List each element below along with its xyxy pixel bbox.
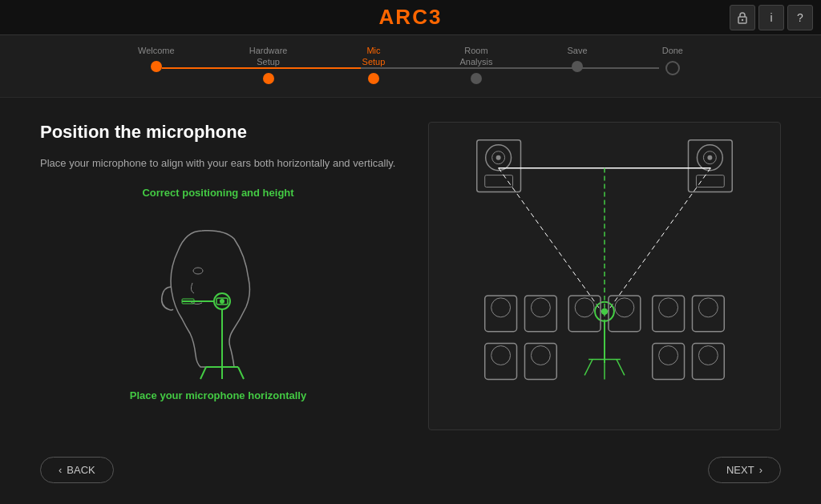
svg-point-22 (707, 155, 712, 160)
step-welcome-label: Welcome (138, 45, 175, 56)
svg-point-29 (601, 308, 608, 315)
next-label: NEXT (726, 464, 754, 476)
main-content: Position the microphone Place your micro… (0, 98, 821, 446)
page-description: Place your microphone to align with your… (40, 155, 396, 171)
help-icon[interactable]: ? (787, 5, 813, 30)
room-diagram (437, 123, 772, 428)
page-title: Position the microphone (40, 122, 396, 143)
step-room: RoomAnalysis (459, 45, 492, 84)
svg-line-9 (238, 367, 244, 379)
back-button[interactable]: ‹ BACK (40, 457, 114, 483)
svg-point-17 (496, 155, 501, 160)
step-save: Save (568, 45, 588, 84)
back-label: BACK (67, 464, 95, 476)
step-save-label: Save (568, 45, 588, 56)
step-room-label: RoomAnalysis (459, 45, 492, 68)
correct-label: Correct positioning and height (142, 187, 293, 199)
step-done: Done (662, 45, 683, 84)
step-welcome: Welcome (138, 45, 175, 84)
step-hardware-label: HardwareSetup (249, 45, 288, 68)
app-title: ARC3 (379, 5, 443, 30)
step-welcome-dot (151, 61, 162, 72)
head-svg-container (138, 207, 298, 383)
step-mic-label: MicSetup (362, 45, 386, 68)
step-room-dot (471, 73, 482, 84)
lock-icon[interactable] (730, 5, 755, 30)
step-done-dot (665, 61, 680, 75)
right-panel (428, 122, 781, 430)
progress-steps: Welcome HardwareSetup MicSetup RoomAnaly… (138, 45, 683, 84)
step-done-label: Done (662, 45, 683, 56)
step-save-dot (572, 61, 583, 72)
header: ARC3 i ? (0, 0, 821, 35)
svg-line-8 (200, 367, 206, 379)
head-illustration: Correct positioning and height (40, 187, 396, 430)
svg-point-4 (220, 299, 224, 304)
next-chevron-icon: › (759, 464, 762, 476)
title-arc: ARC (379, 5, 429, 29)
progress-track: Welcome HardwareSetup MicSetup RoomAnaly… (138, 45, 683, 84)
horizontal-label: Place your microphone horizontally (130, 389, 306, 401)
left-panel: Position the microphone Place your micro… (40, 122, 396, 430)
step-hardware-dot (263, 73, 274, 84)
title-number: 3 (429, 5, 442, 29)
header-icons: i ? (730, 5, 813, 30)
next-button[interactable]: NEXT › (708, 457, 781, 483)
back-chevron-icon: ‹ (59, 464, 62, 476)
svg-point-1 (742, 18, 743, 20)
step-mic: MicSetup (362, 45, 386, 84)
step-mic-dot (368, 73, 379, 84)
svg-point-2 (193, 268, 203, 274)
progress-bar: Welcome HardwareSetup MicSetup RoomAnaly… (0, 35, 821, 98)
step-hardware: HardwareSetup (249, 45, 288, 84)
bottom-nav: ‹ BACK NEXT › (0, 446, 821, 494)
info-icon[interactable]: i (758, 5, 784, 30)
